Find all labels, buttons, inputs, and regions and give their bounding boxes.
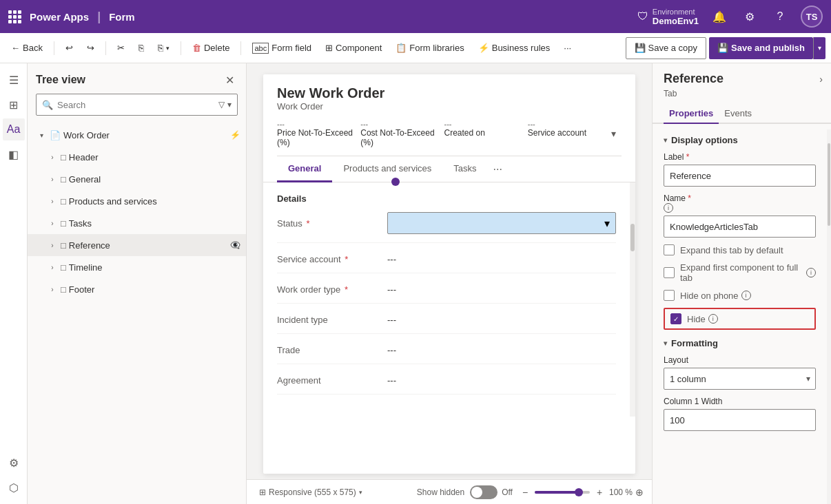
canvas-scrollbar[interactable] [630,182,635,417]
undo-button[interactable]: ↩ [60,37,79,59]
saveacopy-button[interactable]: 💾 Save a copy [626,37,707,59]
field-trade: Trade --- [277,345,616,364]
tree-item-workorder[interactable]: ▾ 📄 Work Order ⚡ [28,124,246,146]
expand-tab-checkbox[interactable] [664,244,675,255]
tab-tasks[interactable]: Tasks [442,156,487,182]
name-info-icon[interactable]: i [664,203,673,213]
settings-icon[interactable]: ⚙ [740,7,759,26]
zoom-in-button[interactable]: + [593,485,606,499]
cut-button[interactable]: ✂ [112,37,130,59]
responsive-selector[interactable]: ⊞ Responsive (555 x 575) ▾ [255,486,367,498]
tree-item-general[interactable]: › □ General [28,168,246,190]
tab-general[interactable]: General [277,156,332,182]
waffle-icon[interactable] [8,10,21,23]
zoom-slider[interactable] [535,491,590,494]
delete-button[interactable]: 🗑 Delete [187,37,236,59]
tree-item-reference[interactable]: › □ Reference 👁‍🗨 [28,234,246,256]
tabs-more-button[interactable]: ··· [488,158,508,181]
hide-info-icon[interactable]: i [708,314,718,324]
search-input[interactable] [57,100,214,110]
businessrules-button[interactable]: ⚡ Business rules [473,37,556,59]
layout-field-label: Layout [664,355,816,365]
label-input[interactable] [664,165,816,187]
copy-button[interactable]: ⎘ [133,37,150,59]
form-body: Details Status * ▾ [263,182,630,417]
column1-width-input[interactable] [664,409,816,431]
hide-on-phone-info-icon[interactable]: i [741,291,751,300]
field-value-incidenttype: --- [387,315,616,325]
tree-item-timeline[interactable]: › □ Timeline [28,256,246,278]
props-expand-button[interactable]: › [819,74,823,85]
back-button[interactable]: ← Back [6,37,48,59]
sidebar-network-icon[interactable]: ⬡ [3,476,25,498]
filter-chevron-icon[interactable]: ▾ [227,100,232,109]
meta-created-value: --- [444,120,522,128]
redo-button[interactable]: ↪ [81,37,100,59]
redo-icon: ↪ [87,43,94,53]
hide-checkbox[interactable]: ✓ [670,313,681,324]
hide-on-phone-row: Hide on phone i [664,290,816,301]
sidebar-menu-icon[interactable]: ☰ [3,69,25,91]
expand-tab-row: Expand this tab by default [664,244,816,255]
tree-panel: Tree view ✕ 🔍 ▽ ▾ ▾ 📄 Work Order ⚡ › □ [28,63,247,504]
notifications-icon[interactable]: 🔔 [710,7,729,26]
filter-icon[interactable]: ▽ [218,100,225,109]
expand-icon: › [47,262,58,273]
meta-service-label: Service account [528,128,606,138]
expand-icon: › [47,284,58,295]
meta-expand-chevron[interactable]: ▾ [611,117,622,150]
formlibraries-button[interactable]: 📋 Form libraries [390,37,469,59]
expand-first-checkbox[interactable] [664,267,675,278]
zoom-out-button[interactable]: − [518,485,532,499]
command-bar: ← Back ↩ ↪ ✂ ⎘ ⎘ ▾ 🗑 Delete abc Form fie… [0,33,831,63]
avatar[interactable]: TS [801,6,823,28]
component-button[interactable]: ⊞ Component [320,37,387,59]
formfield-button[interactable]: abc Form field [247,37,317,59]
search-icon: 🔍 [42,100,53,110]
timeline-doc-icon: □ [61,262,66,273]
workorder-action-icon[interactable]: ⚡ [230,130,240,140]
tree-item-tasks[interactable]: › □ Tasks [28,212,246,234]
name-input[interactable] [664,216,816,238]
paste-icon: ⎘ [158,43,163,53]
sidebar-settings-icon[interactable]: ⚙ [3,452,25,474]
saveandpublish-dropdown[interactable]: ▾ [813,37,825,59]
sidebar-fields-icon[interactable]: Aa [3,118,25,140]
layout-select[interactable]: 1 column 2 columns 3 columns [664,368,816,390]
sidebar-layers-icon[interactable]: ◧ [3,143,25,165]
tab-products[interactable]: Products and services [332,156,442,182]
expand-first-info-icon[interactable]: i [806,268,816,277]
tree-item-header[interactable]: › □ Header [28,146,246,168]
topbar: Power Apps | Form 🛡 Environment DemoEnv1… [0,0,831,33]
zoom-target-icon[interactable]: ⊕ [635,487,644,498]
tree-item-products[interactable]: › □ Products and services [28,190,246,212]
formatting-title: Formatting [671,338,718,348]
meta-price-value: --- [277,120,355,128]
tree-item-footer[interactable]: › □ Footer [28,278,246,300]
props-body: ▾ Display options Label * Name * i Expan… [653,129,827,504]
paste-dropdown-button[interactable]: ⎘ ▾ [152,37,175,59]
sidebar-icons: ☰ ⊞ Aa ◧ ⚙ ⬡ [0,63,28,504]
topbar-right: 🛡 Environment DemoEnv1 🔔 ⚙ ? TS [637,6,823,28]
cmd-separator-1 [54,41,54,55]
props-tab-events[interactable]: Events [719,104,757,124]
field-label-workordertype: Work order type * [277,284,387,295]
tree-close-button[interactable]: ✕ [221,72,238,88]
hide-on-phone-checkbox[interactable] [664,290,675,301]
name-field-label: Name * i [664,193,816,213]
props-tab-properties[interactable]: Properties [664,104,719,124]
props-scrollbar[interactable] [827,129,831,504]
expand-first-label: Expand first component to full tab i [680,262,816,283]
more-button[interactable]: ··· [558,37,577,59]
help-icon[interactable]: ? [770,7,790,26]
saveandpublish-button[interactable]: 💾 Save and publish [709,37,813,59]
sidebar-apps-icon[interactable]: ⊞ [3,94,25,116]
show-hidden-toggle[interactable]: Off [470,485,513,499]
field-label-serviceaccount: Service account * [277,254,387,264]
env-name: DemoEnv1 [653,16,699,26]
page-name-label: Form [109,11,135,23]
field-label-agreement: Agreement [277,375,387,386]
field-status-dropdown[interactable]: ▾ [387,212,616,234]
props-tabs: Properties Events [653,104,831,124]
component-icon: ⊞ [325,43,333,53]
